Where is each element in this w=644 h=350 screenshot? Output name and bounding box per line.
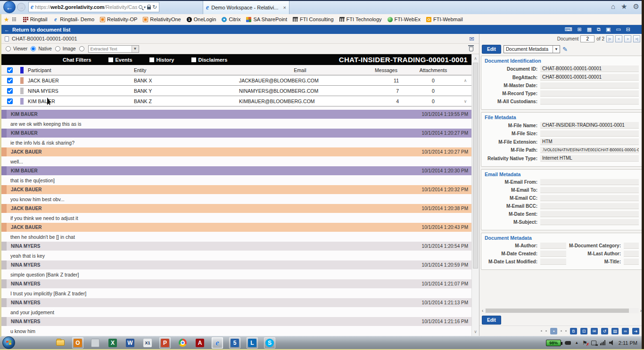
search-icon[interactable] [139,5,142,9]
filter-disclaimers[interactable]: Disclaimers [191,57,228,63]
bold-icon[interactable]: B [570,328,577,334]
notes-icon[interactable]: ▤ [611,328,619,334]
first-document-button[interactable]: |< [606,35,613,42]
favorites-grid-icon[interactable] [12,17,17,22]
bookmark-onelogin[interactable]: 1OneLogin [184,14,219,24]
scrollbar-track[interactable] [485,308,638,313]
volume-icon[interactable] [609,340,615,345]
viewer-scrollbar[interactable]: ∧ ∨ [471,54,479,336]
panel-toggle-icon[interactable]: ▭ [616,26,620,33]
chevron-down-icon[interactable]: ▼ [132,46,139,52]
wifi-signal-icon[interactable] [600,340,605,345]
extracted-text-select[interactable]: Extracted Text ▼ [88,45,139,53]
participant-row[interactable]: KIM BAUER BANK Z KIMBAUER@BLOOMBERG.COM … [1,96,471,106]
panel-horizontal-scrollbar[interactable]: ‹ › [482,307,642,314]
last-document-button[interactable]: >| [633,35,640,42]
network-icon[interactable] [591,341,596,345]
bookmark-citrix[interactable]: Citrix [219,14,243,24]
taskbar-chrome[interactable] [177,337,188,349]
print-icon[interactable]: ⊞ [577,26,581,33]
taskbar-snagit[interactable]: 5 [229,337,240,349]
taskbar-excel[interactable]: X [107,337,118,349]
tray-expand-icon[interactable]: ▲ [575,341,578,345]
layouts-icon[interactable]: ⧉ [597,26,601,33]
battery-indicator[interactable]: 98% [546,340,561,346]
taskbar-explorer[interactable] [55,337,66,349]
taskbar-skype[interactable]: S [264,337,275,349]
home-icon[interactable]: ⌂ [611,2,615,11]
collapse-chevron-icon[interactable]: ∧ [459,78,471,83]
filter-history[interactable]: History [149,57,174,63]
bookmark-relativityone[interactable]: RelativityOne [140,14,183,24]
participant-row[interactable]: JACK BAUER BANK X JACKBAUER@BLOOMBERG.CO… [1,75,471,86]
browser-tab[interactable]: e Demo Workspace - Relativi... × [203,0,289,14]
bookmark-ringtail-demo[interactable]: eRingtail- Demo [50,14,97,24]
checkbox-icon[interactable] [149,57,154,62]
link-icon[interactable]: ∞ [622,328,629,334]
action-center-flag-icon[interactable]: ⚑✗ [582,340,587,346]
return-to-document-list-button[interactable]: ← Return to document list [4,27,70,33]
chevron-down-icon[interactable]: ▾ [144,5,146,9]
next-document-button[interactable]: > [624,35,631,42]
settings-gear-icon[interactable]: ⚙ [633,2,639,11]
clock[interactable]: 2:11 PM [619,340,637,346]
taskbar-internet-explorer[interactable]: e [212,337,223,349]
previous-document-button[interactable]: < [615,35,622,42]
bookmark-sharepoint[interactable]: SA SharePoint [243,14,290,24]
tab-close-icon[interactable]: × [283,5,286,10]
copy-icon[interactable]: ⊡ [580,328,587,334]
edit-button-bottom[interactable]: Edit [482,316,501,325]
checkbox-icon[interactable] [191,57,196,62]
revert-icon[interactable]: ↺ [601,328,608,334]
bookmark-relativity-op[interactable]: Relativity-OP [97,14,140,24]
grid-view-icon[interactable]: ▦ [587,26,592,33]
address-bar[interactable]: e https://web2.gorelativity.com/Relativi… [28,2,159,12]
bookmark-ringtail[interactable]: Ringtail [20,14,50,24]
bookmark-fti-technology[interactable]: FTI Technology [337,14,385,24]
taskbar-outlook[interactable]: O [72,337,83,349]
forward-button[interactable]: → [17,3,25,11]
taskbar-acrobat[interactable]: A [194,337,206,349]
minimize-panel-icon[interactable]: ⊟ [626,26,630,33]
bookmark-fti-consulting[interactable]: FTI Consulting [290,14,337,24]
favorites-star-icon[interactable]: ★ [4,16,9,23]
taskbar-notes-app[interactable] [90,337,101,349]
chevron-down-icon[interactable]: ▼ [553,46,560,53]
url-text[interactable]: https://web2.gorelativity.com/Relativity… [35,4,137,10]
participant-checkbox[interactable] [7,88,13,94]
scroll-up-icon[interactable]: ∧ [472,56,479,61]
filter-events[interactable]: Events [108,57,132,63]
image-mode-radio[interactable] [55,46,60,51]
participant-checkbox[interactable] [7,78,13,83]
refresh-icon[interactable]: ↻ [152,4,157,10]
bookmark-fti-webex[interactable]: FTI-WebEx [385,14,423,24]
back-button[interactable]: ← [3,1,16,13]
expand-chevron-icon[interactable]: ∨ [459,99,471,104]
bookmark-fti-webmail[interactable]: OFTI-Webmail [423,14,466,24]
document-number-input[interactable] [580,35,594,42]
keyboard-shortcuts-icon[interactable]: ⌨ [565,26,572,33]
email-document-icon[interactable]: ✉ [469,35,474,42]
start-button[interactable] [2,336,15,349]
layout-select[interactable]: Document Metadata ▼ [504,45,560,53]
checkbox-icon[interactable] [108,57,113,62]
delete-icon[interactable] [469,47,473,51]
taskbar-powerpoint[interactable]: P [159,337,171,349]
pop-out-icon[interactable]: ▣ [606,26,611,33]
scrollbar-thumb[interactable] [486,309,628,313]
send-icon[interactable]: ➔ [632,328,639,334]
native-mode-radio[interactable] [31,46,36,51]
taskbar-lync[interactable]: L [247,337,258,349]
participant-row[interactable]: NINA MYERS BANK Y NINAMYERS@BLOOMBERG.CO… [1,86,471,96]
favorites-icon[interactable]: ★ [621,2,627,11]
viewer-mode-radio[interactable] [6,46,11,51]
text-mode-radio[interactable] [79,46,84,51]
scroll-down-icon[interactable]: ∨ [472,329,479,334]
taskbar-x1[interactable]: X1 [142,337,153,349]
taskbar-word[interactable]: W [124,337,136,349]
edit-pencil-icon[interactable]: ✎ [562,46,568,53]
save-icon[interactable]: ▪ [550,328,557,334]
scroll-left-icon[interactable]: ‹ [482,308,483,313]
scrollbar-thumb[interactable] [473,63,478,269]
select-all-checkbox[interactable] [7,67,13,73]
